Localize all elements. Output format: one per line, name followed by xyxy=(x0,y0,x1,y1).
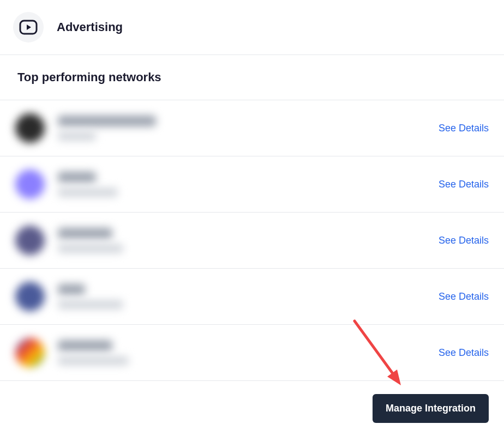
advertising-icon xyxy=(19,20,38,35)
network-info xyxy=(58,340,439,365)
network-name-blurred xyxy=(58,228,112,239)
see-details-link[interactable]: See Details xyxy=(439,347,489,359)
network-icon xyxy=(15,226,45,255)
network-subtitle-blurred xyxy=(58,188,118,197)
network-row: See Details xyxy=(0,100,504,156)
network-icon xyxy=(15,169,45,199)
network-icon xyxy=(15,113,45,143)
network-info xyxy=(58,172,439,197)
advertising-icon-wrapper xyxy=(13,12,44,43)
network-row: See Details xyxy=(0,213,504,269)
network-name-blurred xyxy=(58,340,112,351)
network-info xyxy=(58,284,439,309)
network-subtitle-blurred xyxy=(58,300,123,309)
see-details-link[interactable]: See Details xyxy=(439,179,489,190)
network-subtitle-blurred xyxy=(58,356,129,365)
see-details-link[interactable]: See Details xyxy=(439,123,489,134)
network-row: See Details xyxy=(0,325,504,381)
network-subtitle-blurred xyxy=(58,244,123,253)
network-info xyxy=(58,116,439,141)
network-subtitle-blurred xyxy=(58,132,96,141)
network-row: See Details xyxy=(0,156,504,213)
network-row: See Details xyxy=(0,269,504,325)
network-name-blurred xyxy=(58,284,85,295)
network-name-blurred xyxy=(58,172,96,183)
manage-integration-button[interactable]: Manage Integration xyxy=(373,394,489,423)
network-list: See Details See Details See Details See … xyxy=(0,100,504,381)
network-name-blurred xyxy=(58,116,156,126)
see-details-link[interactable]: See Details xyxy=(439,291,489,302)
network-info xyxy=(58,228,439,253)
network-icon xyxy=(15,282,45,311)
footer: Manage Integration xyxy=(0,381,504,436)
page-header: Advertising xyxy=(0,0,504,55)
section-title: Top performing networks xyxy=(0,55,504,100)
page-title: Advertising xyxy=(57,20,123,34)
network-icon xyxy=(15,338,45,367)
see-details-link[interactable]: See Details xyxy=(439,235,489,246)
